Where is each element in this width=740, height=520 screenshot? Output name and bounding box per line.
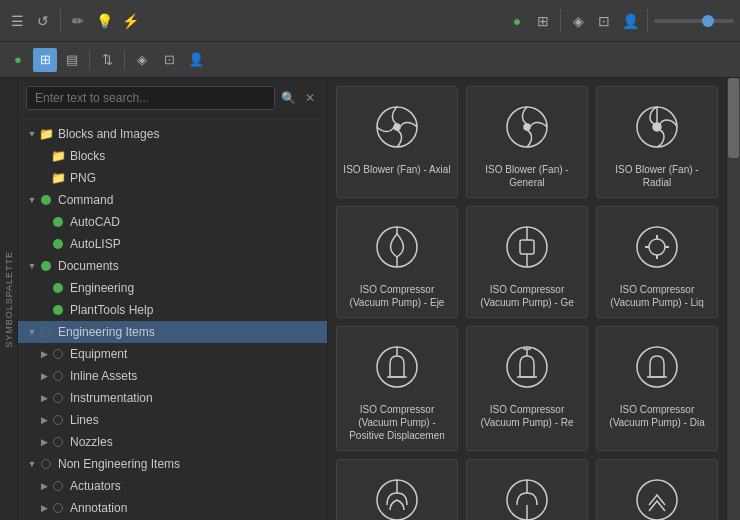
sidebar-label: SYMBOLSPALETTE <box>0 78 18 520</box>
t2-sort-icon[interactable]: ⇅ <box>95 48 119 72</box>
clear-icon[interactable]: ✕ <box>301 89 319 107</box>
symbol-iso-comp-screw[interactable]: ISO Compressor - Screw <box>596 459 718 520</box>
pencil-icon[interactable]: ✏ <box>67 10 89 32</box>
arrow-command <box>26 194 38 206</box>
dot-planttools <box>50 302 66 318</box>
toolbar-right: ● ⊞ ◈ ⊡ 👤 <box>506 9 734 33</box>
tree-item-actuators[interactable]: Actuators <box>18 475 327 497</box>
tree-item-non-engineering[interactable]: Non Engineering Items <box>18 453 327 475</box>
symbol-label-6: ISO Compressor (Vacuum Pump) - Liq <box>603 283 711 309</box>
label-autocad: AutoCAD <box>70 215 319 229</box>
zoom-slider-container <box>654 19 734 23</box>
symbol-grid: ISO Blower (Fan) - Axial ISO Blower (Fan… <box>336 86 718 520</box>
label-non-engineering: Non Engineering Items <box>58 457 319 471</box>
tree-item-blocks[interactable]: 📁 Blocks <box>18 145 327 167</box>
symbol-iso-comp-vp-eje[interactable]: ISO Compressor (Vacuum Pump) - Eje <box>336 206 458 318</box>
dot-documents <box>38 258 54 274</box>
symbol-iso-comp-vp-liq[interactable]: ISO Compressor (Vacuum Pump) - Liq <box>596 206 718 318</box>
symbol-canvas-12 <box>627 470 687 520</box>
t2-layers-icon[interactable]: ◈ <box>130 48 154 72</box>
label-actuators: Actuators <box>70 479 319 493</box>
symbol-iso-comp-vp-ge[interactable]: ISO Compressor (Vacuum Pump) - Ge <box>466 206 588 318</box>
tree-item-autocad[interactable]: AutoCAD <box>18 211 327 233</box>
lightning-icon[interactable]: ⚡ <box>119 10 141 32</box>
t2-box-icon[interactable]: ⊡ <box>157 48 181 72</box>
symbol-iso-blower-fan-general[interactable]: ISO Blower (Fan) - General <box>466 86 588 198</box>
symbol-iso-blower-fan-radial[interactable]: ISO Blower (Fan) - Radial <box>596 86 718 198</box>
search-input[interactable] <box>26 86 275 110</box>
search-icon[interactable]: 🔍 <box>279 89 297 107</box>
tree-item-png[interactable]: 📁 PNG <box>18 167 327 189</box>
tree-panel: 🔍 ✕ 📁 Blocks and Images 📁 Blocks 📁 PNG <box>18 78 328 520</box>
label-documents: Documents <box>58 259 319 273</box>
menu-icon[interactable]: ☰ <box>6 10 28 32</box>
symbol-canvas-8 <box>497 337 557 397</box>
t2-grid-active-icon[interactable]: ⊞ <box>33 48 57 72</box>
t2-circle-icon[interactable]: ● <box>6 48 30 72</box>
zoom-thumb[interactable] <box>702 15 714 27</box>
symbol-grid-panel: ISO Blower (Fan) - Axial ISO Blower (Fan… <box>328 78 726 520</box>
symbol-iso-blower-fan-axial[interactable]: ISO Blower (Fan) - Axial <box>336 86 458 198</box>
label-autolisp: AutoLISP <box>70 237 319 251</box>
symbol-label-7: ISO Compressor (Vacuum Pump) - Positive … <box>343 403 451 442</box>
dot-non-engineering <box>38 456 54 472</box>
symbol-iso-comp-vp-ro[interactable]: ISO Compressor (Vacuum Pump) - Ro <box>466 459 588 520</box>
symbol-label-3: ISO Blower (Fan) - Radial <box>603 163 711 189</box>
symbol-canvas-4 <box>367 217 427 277</box>
svg-point-3 <box>524 124 530 130</box>
symbol-iso-comp-vp-rol[interactable]: ISO Compressor (Vacuum Pump) - Rol <box>336 459 458 520</box>
scrollbar-thumb[interactable] <box>728 78 739 158</box>
tree-item-nozzles[interactable]: Nozzles <box>18 431 327 453</box>
arrow-engineering-items <box>26 326 38 338</box>
bulb-icon[interactable]: 💡 <box>93 10 115 32</box>
refresh-icon[interactable]: ↺ <box>32 10 54 32</box>
main-content: SYMBOLSPALETTE 🔍 ✕ 📁 Blocks and Images 📁… <box>0 78 740 520</box>
tree-item-planttools[interactable]: PlantTools Help <box>18 299 327 321</box>
tree-item-documents[interactable]: Documents <box>18 255 327 277</box>
scrollbar-track[interactable] <box>726 78 740 520</box>
separator-1 <box>60 9 61 33</box>
t2-user-icon[interactable]: 👤 <box>184 48 208 72</box>
symbol-label-5: ISO Compressor (Vacuum Pump) - Ge <box>473 283 581 309</box>
label-blocks: Blocks <box>70 149 319 163</box>
symbol-canvas-5 <box>497 217 557 277</box>
symbol-canvas-2 <box>497 97 557 157</box>
arrow-annotation <box>38 502 50 514</box>
svg-point-1 <box>394 124 400 130</box>
symbol-iso-comp-vp-pd[interactable]: ISO Compressor (Vacuum Pump) - Positive … <box>336 326 458 451</box>
dot-command <box>38 192 54 208</box>
tree-item-inline-assets[interactable]: Inline Assets <box>18 365 327 387</box>
zoom-track <box>654 19 734 23</box>
tree-item-engineering[interactable]: Engineering <box>18 277 327 299</box>
symbol-iso-comp-vp-re[interactable]: ISO Compressor (Vacuum Pump) - Re <box>466 326 588 451</box>
tree-item-instrumentation[interactable]: Instrumentation <box>18 387 327 409</box>
tree-item-annotation[interactable]: Annotation <box>18 497 327 519</box>
symbol-canvas-1 <box>367 97 427 157</box>
symbol-iso-comp-vp-dia[interactable]: ISO Compressor (Vacuum Pump) - Dia <box>596 326 718 451</box>
layers-icon[interactable]: ◈ <box>567 10 589 32</box>
dot-engineering-items <box>38 324 54 340</box>
tree-item-blocks-images[interactable]: 📁 Blocks and Images <box>18 123 327 145</box>
arrow-documents <box>26 260 38 272</box>
label-planttools: PlantTools Help <box>70 303 319 317</box>
arrow-equipment <box>38 348 50 360</box>
label-instrumentation: Instrumentation <box>70 391 319 405</box>
dot-actuators <box>50 478 66 494</box>
circle-icon[interactable]: ● <box>506 10 528 32</box>
folder-icon-png: 📁 <box>50 170 66 186</box>
grid-icon[interactable]: ⊞ <box>532 10 554 32</box>
separator-2 <box>560 9 561 33</box>
tree-item-equipment[interactable]: Equipment <box>18 343 327 365</box>
tree-item-lines[interactable]: Lines <box>18 409 327 431</box>
user-icon[interactable]: 👤 <box>619 10 641 32</box>
svg-point-5 <box>653 123 661 131</box>
tree-item-engineering-items[interactable]: Engineering Items <box>18 321 327 343</box>
box-icon[interactable]: ⊡ <box>593 10 615 32</box>
tree-item-autolisp[interactable]: AutoLISP <box>18 233 327 255</box>
label-annotation: Annotation <box>70 501 319 515</box>
tree-item-command[interactable]: Command <box>18 189 327 211</box>
t2-list-icon[interactable]: ▤ <box>60 48 84 72</box>
arrow-inline-assets <box>38 370 50 382</box>
symbol-label-9: ISO Compressor (Vacuum Pump) - Dia <box>603 403 711 429</box>
svg-point-27 <box>637 347 677 387</box>
